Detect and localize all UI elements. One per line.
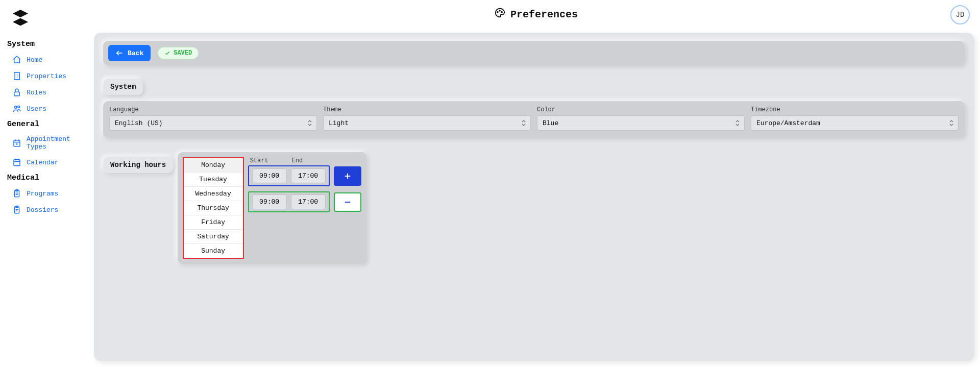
plus-icon bbox=[343, 172, 352, 181]
timezone-select[interactable]: Europe/Amsterdam bbox=[751, 115, 959, 131]
sidebar-item-label: Properties bbox=[27, 72, 66, 80]
sort-icon bbox=[521, 119, 526, 127]
sidebar-section-title: System bbox=[6, 37, 86, 52]
svg-marker-1 bbox=[13, 18, 28, 26]
day-item-tuesday[interactable]: Tuesday bbox=[184, 173, 243, 187]
topbar: Preferences JD bbox=[92, 0, 980, 29]
saved-badge: SAVED bbox=[158, 47, 199, 59]
day-item-monday[interactable]: Monday bbox=[184, 158, 243, 173]
sidebar: System Home Properties Roles Users Gener… bbox=[0, 0, 92, 367]
field-label: Timezone bbox=[751, 106, 959, 113]
page-title: Preferences bbox=[494, 7, 578, 21]
field-theme: Theme Light bbox=[323, 106, 531, 131]
add-hours-button[interactable] bbox=[334, 166, 361, 186]
theme-select[interactable]: Light bbox=[323, 115, 531, 131]
sidebar-item-users[interactable]: Users bbox=[6, 101, 86, 117]
remove-hours-button[interactable] bbox=[334, 192, 361, 212]
start-label: Start bbox=[250, 157, 288, 164]
hours-row-2 bbox=[248, 191, 361, 212]
hours-row-1 bbox=[248, 165, 361, 186]
sort-icon bbox=[949, 119, 954, 127]
language-select[interactable]: English (US) bbox=[109, 115, 317, 131]
end-time-input[interactable] bbox=[291, 168, 326, 183]
calendar-plus-icon bbox=[12, 138, 21, 148]
svg-point-13 bbox=[499, 10, 500, 11]
field-label: Color bbox=[537, 106, 745, 113]
clipboard-text-icon bbox=[12, 205, 21, 214]
avatar[interactable]: JD bbox=[950, 5, 970, 25]
working-hours-card: Monday Tuesday Wednesday Thursday Friday… bbox=[178, 152, 366, 264]
sidebar-section-title: General bbox=[6, 117, 86, 132]
app-logo bbox=[11, 8, 30, 27]
select-value: Light bbox=[329, 119, 349, 127]
check-icon bbox=[164, 50, 170, 56]
svg-marker-0 bbox=[13, 10, 28, 17]
system-card: Language English (US) Theme Light Color … bbox=[103, 101, 965, 138]
hours-row-2-box bbox=[248, 191, 330, 212]
section-title-system: System bbox=[103, 79, 143, 95]
home-icon bbox=[12, 55, 21, 64]
sidebar-item-programs[interactable]: Programs bbox=[6, 185, 86, 202]
sidebar-item-label: Users bbox=[27, 105, 46, 113]
select-value: English (US) bbox=[115, 119, 163, 127]
sidebar-item-label: Roles bbox=[27, 89, 46, 96]
toolbar: Back SAVED bbox=[103, 41, 965, 65]
sort-icon bbox=[735, 119, 740, 127]
hours-labels: Start End bbox=[248, 157, 361, 165]
building-icon bbox=[12, 71, 21, 81]
select-value: Blue bbox=[543, 119, 558, 127]
content-panel: Back SAVED System Language English (US) … bbox=[94, 33, 974, 361]
sidebar-item-calendar[interactable]: Calendar bbox=[6, 154, 86, 170]
field-timezone: Timezone Europe/Amsterdam bbox=[751, 106, 959, 131]
start-time-input[interactable] bbox=[252, 194, 287, 209]
day-item-sunday[interactable]: Sunday bbox=[184, 244, 243, 258]
day-item-wednesday[interactable]: Wednesday bbox=[184, 187, 243, 201]
start-time-input[interactable] bbox=[252, 168, 287, 183]
page-title-text: Preferences bbox=[510, 9, 578, 20]
field-label: Language bbox=[109, 106, 317, 113]
clipboard-list-icon bbox=[12, 189, 21, 198]
sidebar-item-appointment-types[interactable]: Appointment Types bbox=[6, 132, 86, 154]
sidebar-item-label: Appointment Types bbox=[27, 135, 84, 151]
svg-rect-3 bbox=[14, 92, 20, 96]
sidebar-item-properties[interactable]: Properties bbox=[6, 68, 86, 84]
day-item-friday[interactable]: Friday bbox=[184, 215, 243, 230]
field-label: Theme bbox=[323, 106, 531, 113]
calendar-icon bbox=[12, 158, 21, 167]
sidebar-item-roles[interactable]: Roles bbox=[6, 84, 86, 101]
field-language: Language English (US) bbox=[109, 106, 317, 131]
users-icon bbox=[12, 104, 21, 113]
svg-point-4 bbox=[15, 106, 17, 109]
svg-rect-7 bbox=[14, 160, 20, 166]
svg-point-14 bbox=[501, 12, 502, 13]
palette-icon bbox=[494, 7, 505, 21]
saved-badge-label: SAVED bbox=[174, 50, 192, 57]
sidebar-item-label: Calendar bbox=[27, 159, 58, 166]
sidebar-item-dossiers[interactable]: Dossiers bbox=[6, 202, 86, 218]
svg-point-12 bbox=[497, 12, 498, 13]
sidebar-section-title: Medical bbox=[6, 170, 86, 185]
sidebar-item-label: Programs bbox=[27, 190, 58, 198]
day-item-thursday[interactable]: Thursday bbox=[184, 201, 243, 215]
svg-rect-2 bbox=[14, 72, 20, 80]
sidebar-item-label: Home bbox=[27, 56, 42, 64]
svg-point-5 bbox=[18, 106, 20, 108]
back-button[interactable]: Back bbox=[108, 45, 151, 61]
sidebar-item-label: Dossiers bbox=[27, 206, 58, 214]
select-value: Europe/Amsterdam bbox=[756, 119, 820, 127]
field-color: Color Blue bbox=[537, 106, 745, 131]
back-button-label: Back bbox=[128, 50, 143, 57]
hours-row-1-box bbox=[248, 165, 330, 186]
end-time-input[interactable] bbox=[291, 194, 326, 209]
day-item-saturday[interactable]: Saturday bbox=[184, 230, 243, 244]
section-title-working-hours: Working hours bbox=[103, 157, 173, 173]
minus-icon bbox=[343, 198, 352, 207]
lock-icon bbox=[12, 88, 21, 97]
end-label: End bbox=[292, 157, 330, 164]
sidebar-item-home[interactable]: Home bbox=[6, 52, 86, 68]
sort-icon bbox=[307, 119, 312, 127]
day-list: Monday Tuesday Wednesday Thursday Friday… bbox=[183, 157, 244, 259]
color-select[interactable]: Blue bbox=[537, 115, 745, 131]
arrow-left-icon bbox=[115, 49, 124, 57]
avatar-initials: JD bbox=[956, 11, 965, 19]
